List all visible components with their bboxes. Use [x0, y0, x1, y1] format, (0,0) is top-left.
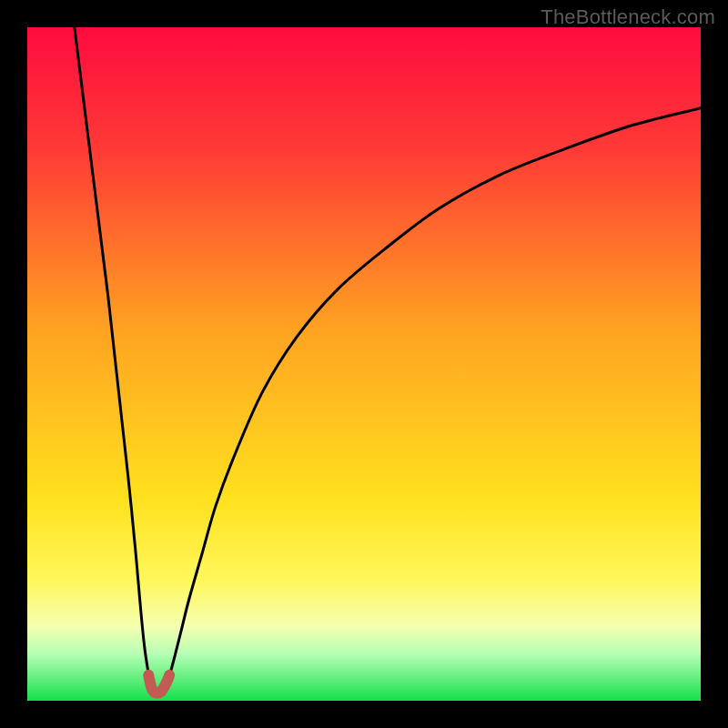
watermark-text: TheBottleneck.com	[541, 5, 715, 29]
plot-svg	[27, 27, 701, 701]
plot-area	[27, 27, 701, 701]
chart-frame: TheBottleneck.com	[0, 0, 728, 728]
gradient-background	[27, 27, 701, 701]
